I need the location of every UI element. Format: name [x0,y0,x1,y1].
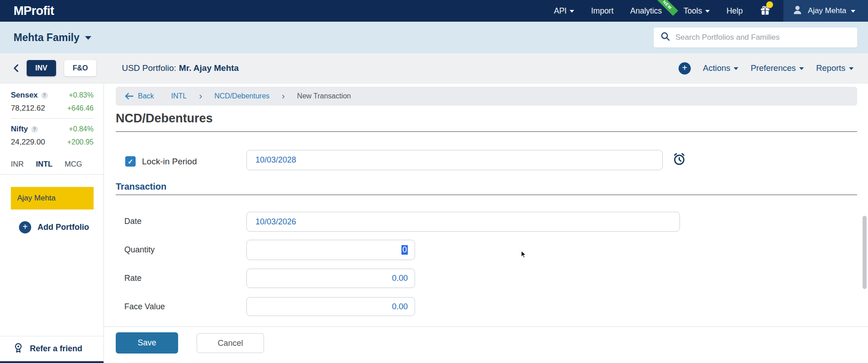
sidebar: Sensex ? +0.83% 78,212.62 +646.46 Nifty … [0,84,104,363]
search-input[interactable] [675,33,851,42]
navbar-menu: API Import Analytics NEW Tools Help [554,0,868,22]
top-navbar: MProfit API Import Analytics NEW Tools H… [0,0,868,22]
plus-icon: + [19,221,31,233]
add-transaction-button[interactable]: + [679,62,691,74]
family-selector[interactable]: Mehta Family [14,32,91,44]
tab-fo[interactable]: F&O [64,60,97,76]
quantity-value-selected: 0 [401,245,408,255]
nifty-change-abs: +200.95 [67,138,94,146]
nifty-value: 24,229.00 [11,138,45,147]
nav-analytics-label: Analytics [630,6,662,16]
notification-dot-badge [766,1,773,8]
save-button[interactable]: Save [116,332,178,354]
tab-intl[interactable]: INTL [36,160,52,168]
index-name: Nifty ? [11,125,38,134]
portfolio-title: USD Portfolio:Mr. Ajay Mehta [122,63,239,73]
rewards-gift-button[interactable] [760,5,771,18]
nav-tools-label: Tools [684,6,702,16]
quantity-input[interactable]: 0 [246,240,415,260]
reports-menu[interactable]: Reports [816,63,854,73]
nifty-value-row: 24,229.00 +200.95 [11,138,94,147]
market-indices-widget: Sensex ? +0.83% 78,212.62 +646.46 Nifty … [0,84,104,147]
sensex-label: Sensex [11,91,38,100]
back-label: Back [138,92,154,100]
tab-inr[interactable]: INR [11,160,24,168]
nav-help-label: Help [726,6,743,16]
back-button[interactable]: Back [124,92,154,100]
rate-input[interactable]: 0.00 [246,269,415,288]
nav-analytics[interactable]: Analytics NEW [630,6,662,16]
page-title: NCD/Debentures [116,112,213,126]
user-menu[interactable]: Ajay Mehta [783,0,868,22]
rate-value: 0.00 [392,274,408,283]
portfolio-actions: + Actions Preferences Reports [679,62,854,74]
chevron-down-icon [570,10,574,13]
reports-label: Reports [816,63,845,73]
sidebar-portfolio-item-selected[interactable]: Ajay Mehta [11,187,94,209]
index-name: Sensex ? [11,91,48,100]
divider [11,118,94,119]
cancel-button[interactable]: Cancel [197,333,264,353]
chevron-right-icon: › [282,91,285,102]
global-search[interactable] [654,28,857,47]
chevron-down-icon [734,67,738,70]
nav-api[interactable]: API [554,6,574,16]
mprofit-logo[interactable]: MProfit [14,4,54,18]
face-value-value: 0.00 [392,302,408,312]
tab-inv[interactable]: INV [27,60,56,76]
lockin-label: Lock-in Period [142,157,197,167]
divider [116,131,857,132]
chevron-right-icon: › [199,91,202,102]
sensex-value: 78,212.62 [11,104,45,113]
divider [104,326,868,327]
medal-icon [13,342,24,355]
date-input[interactable]: 10/03/2026 [246,212,680,232]
family-bar: Mehta Family [0,22,868,53]
sensex-change-abs: +646.46 [67,104,94,112]
breadcrumb-ncd-link[interactable]: NCD/Debentures [214,92,269,100]
breadcrumb-intl-link[interactable]: INTL [171,92,187,100]
preferences-label: Preferences [750,63,796,73]
vertical-scrollbar-thumb[interactable] [863,216,867,289]
transaction-section-title: Transaction [116,182,166,192]
actions-menu[interactable]: Actions [703,63,739,73]
portfolio-bar: INV F&O USD Portfolio:Mr. Ajay Mehta + A… [0,53,868,84]
preferences-menu[interactable]: Preferences [750,63,804,73]
chevron-down-icon [851,10,855,13]
user-name-label: Ajay Mehta [808,6,846,15]
nav-import[interactable]: Import [591,6,613,16]
lockin-date-value: 10/03/2028 [255,155,296,165]
refer-a-friend-button[interactable]: Refer a friend [0,336,104,361]
collapse-sidebar-button[interactable] [14,64,19,72]
nav-api-label: API [554,6,566,16]
help-icon[interactable]: ? [41,92,48,99]
face-value-label: Face Value [124,302,165,312]
nav-import-label: Import [591,6,613,16]
quantity-label: Quantity [124,245,155,255]
lockin-date-input[interactable]: 10/03/2028 [246,150,663,170]
sensex-value-row: 78,212.62 +646.46 [11,104,94,113]
nav-help[interactable]: Help [726,6,743,16]
chevron-down-icon [705,10,710,13]
nifty-header-row: Nifty ? +0.84% [11,125,94,134]
search-icon [660,31,671,44]
main-content: Back INTL › NCD/Debentures › New Transac… [104,84,868,363]
currency-tabs: INR INTL MCG [0,151,104,168]
chevron-down-icon [85,36,91,40]
alarm-clock-icon[interactable] [672,152,687,168]
date-value: 10/03/2026 [255,217,296,227]
lockin-checkbox[interactable]: ✓ [125,156,136,167]
chevron-down-icon [849,67,854,70]
face-value-input[interactable]: 0.00 [246,297,415,316]
nifty-change-pct: +0.84% [69,125,94,133]
tab-mcg[interactable]: MCG [65,160,82,168]
portfolio-owner-name: Mr. Ajay Mehta [179,63,239,73]
actions-label: Actions [703,63,731,73]
breadcrumb-current: New Transaction [297,92,351,100]
divider [0,174,104,175]
add-portfolio-button[interactable]: + Add Portfolio [19,221,104,233]
nav-tools[interactable]: Tools [684,6,710,16]
add-portfolio-label: Add Portfolio [38,223,89,232]
page-body: Sensex ? +0.83% 78,212.62 +646.46 Nifty … [0,84,868,363]
help-icon[interactable]: ? [31,126,38,133]
